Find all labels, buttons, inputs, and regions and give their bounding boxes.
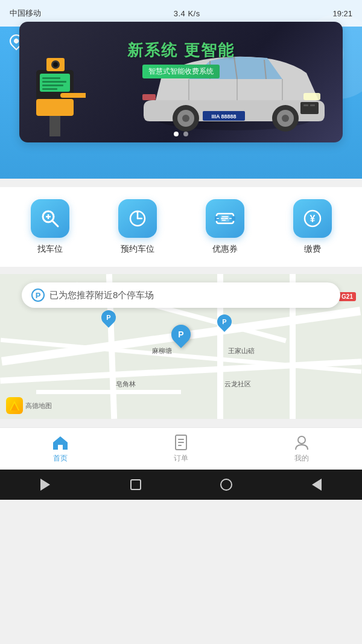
svg-rect-16: [303, 93, 320, 100]
svg-line-33: [52, 221, 58, 226]
svg-rect-54: [178, 442, 184, 443]
svg-rect-19: [303, 104, 308, 106]
banner-content: 新系统 更智能 智慧式智能收费系统: [19, 22, 343, 142]
reserve-icon-bg: [118, 199, 157, 238]
svg-text:IIIA 88888: IIIA 88888: [211, 113, 236, 120]
map-pin-3: P: [217, 314, 232, 329]
mine-label: 我的: [294, 453, 309, 464]
back-triangle-icon: [312, 479, 322, 491]
nav-orders[interactable]: 订单: [145, 434, 217, 464]
svg-text:¥: ¥: [310, 214, 315, 224]
dot-1: [174, 132, 179, 136]
nav-home[interactable]: 首页: [24, 434, 97, 464]
bottom-nav: 首页 订单 我的: [0, 427, 362, 470]
svg-point-26: [282, 115, 289, 122]
coupon-label: 优惠券: [212, 244, 238, 255]
header: d 物联东街 新系统 更智能 智慧式智能收费系统: [0, 27, 362, 179]
amap-logo: 高德地图: [6, 397, 52, 414]
map-label-2: 麻柳塘: [152, 346, 172, 355]
map-label-3: 王家山碚: [228, 346, 255, 355]
quick-actions: 找车位 预约车位: [0, 187, 362, 267]
sys-back-button2[interactable]: [305, 473, 329, 497]
svg-rect-6: [42, 88, 57, 90]
dot-2: [183, 132, 188, 136]
banner-title: 新系统 更智能: [19, 40, 343, 61]
parking-search-icon: P: [31, 289, 45, 302]
svg-point-39: [136, 211, 139, 213]
banner-subtitle: 智慧式智能收费系统: [142, 65, 220, 78]
amap-logo-icon: [6, 397, 23, 414]
map-road-extra2: [36, 390, 181, 394]
orders-label: 订单: [174, 453, 188, 464]
map-search-bar[interactable]: P 已为您推荐附近8个停车场: [22, 282, 340, 308]
svg-rect-10: [60, 93, 86, 98]
svg-point-42: [231, 216, 235, 221]
back-chevron: [40, 479, 50, 491]
find-parking-icon-bg: [31, 199, 69, 238]
svg-rect-4: [42, 81, 66, 83]
svg-point-23: [182, 115, 189, 122]
home-icon: [52, 434, 69, 451]
map-pin-main: P: [171, 325, 191, 344]
home-circle-icon: [220, 479, 232, 491]
orders-icon: [173, 434, 189, 451]
svg-rect-18: [300, 102, 319, 114]
svg-rect-53: [178, 439, 184, 440]
svg-rect-5: [42, 84, 63, 86]
map-section: G21 卜宗汤 麻柳塘 王家山碚 皂角林 云龙社区 张 P P: [0, 274, 362, 419]
network-speed: 3.4 K/s: [174, 9, 200, 18]
system-nav-bar: [0, 470, 362, 500]
home-label: 首页: [53, 453, 68, 464]
banner-dots: [174, 132, 188, 136]
banner-text: 新系统 更智能 智慧式智能收费系统: [19, 40, 343, 78]
map-label-4: 皂角林: [116, 380, 136, 389]
main-content: 找车位 预约车位: [0, 179, 362, 427]
action-reserve-parking[interactable]: 预约车位: [113, 199, 162, 255]
coupon-icon-bg: [206, 199, 244, 238]
carrier-signal: 中国移动: [10, 8, 41, 19]
sys-home-button[interactable]: [214, 473, 238, 497]
reserve-label: 预约车位: [121, 244, 154, 255]
svg-rect-17: [142, 94, 156, 100]
action-coupon[interactable]: 优惠券: [201, 199, 249, 255]
banner: 新系统 更智能 智慧式智能收费系统: [19, 22, 343, 142]
square-icon: [130, 479, 141, 490]
pay-icon-bg: ¥: [293, 199, 332, 238]
pay-label: 缴费: [304, 244, 321, 255]
find-parking-label: 找车位: [37, 244, 63, 255]
map-search-text: 已为您推荐附近8个停车场: [49, 290, 154, 301]
action-find-parking[interactable]: 找车位: [26, 199, 74, 255]
map-pin-2: P: [101, 310, 116, 325]
map-container[interactable]: G21 卜宗汤 麻柳塘 王家山碚 皂角林 云龙社区 张 P P: [0, 274, 362, 419]
map-label-5: 云龙社区: [224, 380, 251, 389]
svg-rect-11: [36, 99, 74, 116]
svg-point-56: [298, 436, 305, 444]
svg-rect-20: [310, 104, 315, 106]
mine-icon: [293, 434, 310, 451]
action-pay[interactable]: ¥ 缴费: [288, 199, 337, 255]
amap-logo-text: 高德地图: [25, 401, 52, 410]
svg-rect-55: [178, 445, 182, 446]
highway-badge: G21: [338, 292, 356, 301]
sys-back-button[interactable]: [33, 473, 57, 497]
nav-mine[interactable]: 我的: [265, 434, 338, 464]
sys-square-button[interactable]: [124, 473, 148, 497]
